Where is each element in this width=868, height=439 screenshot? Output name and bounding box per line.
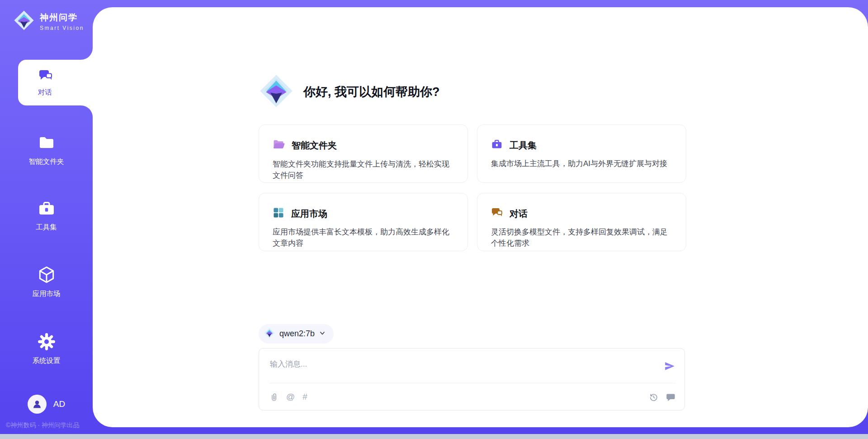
sidebar-item-settings[interactable]: 系统设置 xyxy=(0,332,93,366)
app-window: 神州问学 Smart Vision 对话 xyxy=(0,0,868,439)
sidebar-item-label: 对话 xyxy=(38,88,52,97)
composer-divider xyxy=(269,383,675,383)
brand-subtitle: Smart Vision xyxy=(40,25,84,31)
active-tab-curve-bottom xyxy=(81,105,93,117)
greeting-text: 你好, 我可以如何帮助你? xyxy=(303,84,440,100)
toolbox-icon xyxy=(491,138,503,152)
card-smart-folders[interactable]: 智能文件夹 智能文件夹功能支持批量文件上传与清洗，轻松实现文件问答 xyxy=(259,124,468,183)
brand-name: 神州问学 xyxy=(40,12,84,24)
card-chat[interactable]: 对话 灵活切换多模型文件，支持多样回复效果调试，满足个性化需求 xyxy=(477,193,686,251)
feature-cards: 智能文件夹 智能文件夹功能支持批量文件上传与清洗，轻松实现文件问答 工具集 集 xyxy=(259,124,686,251)
mention-icon[interactable]: @ xyxy=(286,392,295,401)
composer-toolbar: @ # xyxy=(269,390,675,404)
toolbox-icon xyxy=(38,200,56,220)
folder-icon xyxy=(38,134,56,154)
card-title: 智能文件夹 xyxy=(292,139,337,152)
sidebar-item-label: 工具集 xyxy=(36,223,57,232)
sidebar-item-folders[interactable]: 智能文件夹 xyxy=(0,134,93,167)
sidebar-item-label: 应用市场 xyxy=(33,289,61,299)
greeting: 你好, 我可以如何帮助你? xyxy=(259,74,440,110)
app-grid-icon xyxy=(273,207,284,220)
copyright-text: ©神州数码 · 神州问学出品 xyxy=(6,421,80,429)
sidebar-item-label: 智能文件夹 xyxy=(29,157,64,167)
chat-bubble-icon[interactable] xyxy=(666,392,675,402)
card-title: 应用市场 xyxy=(291,208,327,220)
model-name: qwen2:7b xyxy=(279,329,315,339)
avatar xyxy=(28,395,47,414)
card-title: 对话 xyxy=(509,208,528,220)
model-gem-icon xyxy=(264,328,275,340)
card-description: 灵活切换多模型文件，支持多样回复效果调试，满足个性化需求 xyxy=(491,226,674,249)
card-app-market[interactable]: 应用市场 应用市场提供丰富长文本模板，助力高效生成多样化文章内容 xyxy=(259,193,468,251)
card-toolset[interactable]: 工具集 集成市场上主流工具，助力AI与外界无缝扩展与对接 xyxy=(477,124,686,183)
message-composer: @ # xyxy=(259,348,685,410)
sidebar-item-tools[interactable]: 工具集 xyxy=(0,200,93,232)
history-icon[interactable] xyxy=(649,392,658,402)
main-content: 你好, 我可以如何帮助你? 智能文件夹 智能文件夹功能支持批量文件上传与清洗，轻… xyxy=(93,7,868,427)
chevron-down-icon xyxy=(319,330,326,338)
chat-bubbles-icon xyxy=(38,68,53,85)
user-profile[interactable]: AD xyxy=(0,395,93,414)
card-title: 工具集 xyxy=(509,139,537,152)
gear-icon xyxy=(37,332,56,353)
card-description: 应用市场提供丰富长文本模板，助力高效生成多样化文章内容 xyxy=(273,226,456,249)
brand-gem-icon xyxy=(14,10,34,33)
open-folder-icon xyxy=(273,138,285,153)
greeting-gem-icon xyxy=(259,74,293,110)
model-selector[interactable]: qwen2:7b xyxy=(259,324,334,344)
attachment-icon[interactable] xyxy=(269,392,278,402)
chat-bubbles-icon xyxy=(491,207,503,220)
sidebar: 神州问学 Smart Vision 对话 xyxy=(0,0,93,439)
sidebar-item-market[interactable]: 应用市场 xyxy=(0,265,93,299)
horizontal-scrollbar[interactable] xyxy=(0,434,868,439)
sidebar-item-chat[interactable]: 对话 xyxy=(18,60,93,105)
brand-logo: 神州问学 Smart Vision xyxy=(14,10,84,33)
send-icon[interactable] xyxy=(664,360,675,372)
user-initials: AD xyxy=(53,399,65,409)
card-description: 智能文件夹功能支持批量文件上传与清洗，轻松实现文件问答 xyxy=(273,158,456,181)
active-tab-curve-top xyxy=(81,48,93,60)
cube-icon xyxy=(37,265,56,286)
card-description: 集成市场上主流工具，助力AI与外界无缝扩展与对接 xyxy=(491,158,674,169)
message-input[interactable] xyxy=(270,358,650,371)
sidebar-item-label: 系统设置 xyxy=(33,356,61,366)
hashtag-icon[interactable]: # xyxy=(302,392,307,401)
